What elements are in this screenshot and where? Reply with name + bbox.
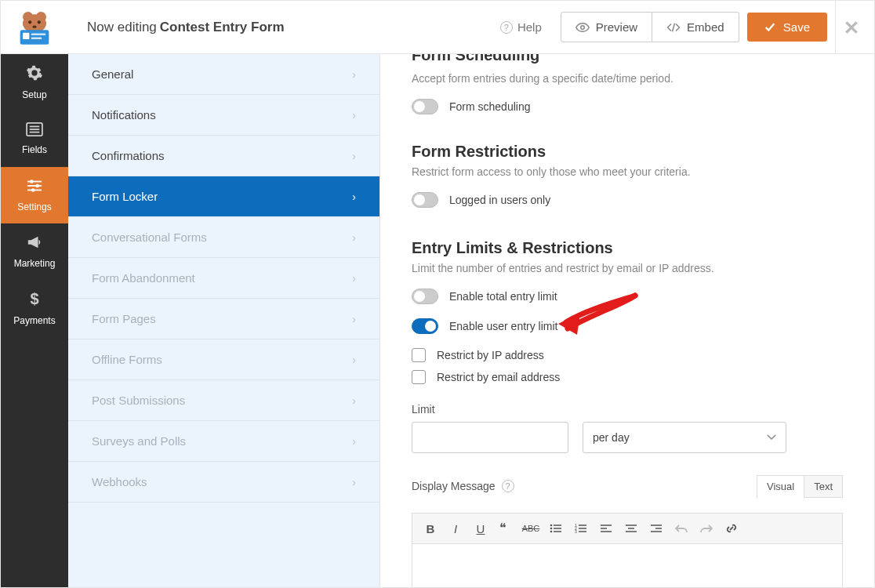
checkbox-label-restrict-ip: Restrict by IP address: [437, 349, 544, 361]
subnav-item-notifications[interactable]: Notifications›: [68, 95, 379, 136]
rail-label-marketing: Marketing: [14, 258, 56, 269]
svg-point-3: [28, 20, 31, 24]
rail-item-settings[interactable]: Settings: [1, 167, 68, 223]
settings-subnav: General› Notifications› Confirmations› F…: [68, 54, 380, 587]
section-desc-restrictions: Restrict form access to only those who m…: [412, 165, 843, 178]
svg-point-27: [550, 531, 553, 533]
tab-text[interactable]: Text: [804, 475, 843, 498]
subnav-item-webhooks[interactable]: Webhooks›: [68, 462, 379, 503]
chevron-right-icon: ›: [352, 231, 356, 244]
svg-rect-8: [31, 33, 45, 35]
sliders-icon: [26, 178, 43, 198]
help-label: Help: [517, 20, 542, 34]
limit-period-select[interactable]: per day: [583, 422, 786, 453]
checkbox-restrict-ip[interactable]: [412, 348, 426, 362]
svg-point-25: [550, 528, 553, 530]
chevron-right-icon: ›: [352, 313, 356, 325]
display-message-editor[interactable]: [412, 544, 843, 587]
chevron-right-icon: ›: [352, 354, 356, 366]
editing-prefix: Now editing: [87, 20, 157, 35]
toolbar-italic[interactable]: I: [444, 517, 467, 539]
toolbar-align-center[interactable]: [619, 517, 643, 539]
section-title-scheduling: Form Scheduling: [412, 54, 843, 64]
toolbar-underline[interactable]: U: [469, 517, 492, 539]
preview-embed-group: Preview Embed: [561, 12, 739, 42]
embed-button[interactable]: Embed: [652, 12, 739, 42]
toggle-total-entry-limit[interactable]: [412, 289, 438, 304]
svg-point-5: [33, 25, 37, 27]
rail-item-fields[interactable]: Fields: [1, 111, 68, 167]
svg-text:$: $: [30, 290, 38, 307]
rail-item-setup[interactable]: Setup: [1, 54, 68, 111]
section-desc-limits: Limit the number of entries and restrict…: [412, 262, 843, 274]
checkbox-restrict-email[interactable]: [412, 370, 426, 384]
tab-visual[interactable]: Visual: [757, 475, 804, 498]
chevron-right-icon: ›: [352, 435, 356, 448]
toolbar-strike[interactable]: ABC: [519, 517, 543, 539]
subnav-item-post-submissions[interactable]: Post Submissions›: [68, 380, 379, 421]
subnav-item-form-pages[interactable]: Form Pages›: [68, 299, 379, 339]
gear-icon: [26, 64, 43, 85]
save-button[interactable]: Save: [747, 13, 827, 42]
svg-rect-7: [23, 32, 29, 38]
editing-title: Now editing Contest Entry Form: [68, 20, 285, 35]
svg-point-18: [35, 184, 39, 188]
subnav-item-form-locker[interactable]: Form Locker›: [68, 176, 379, 217]
wpforms-logo-icon: [15, 8, 54, 47]
top-actions: ? Help Preview Embed Save: [500, 12, 827, 42]
svg-point-2: [23, 14, 46, 32]
toggle-label-user-limit: Enable user entry limit: [449, 320, 558, 332]
save-label: Save: [783, 20, 810, 34]
limit-period-value: per day: [593, 431, 630, 444]
preview-label: Preview: [596, 20, 637, 34]
subnav-item-offline[interactable]: Offline Forms›: [68, 339, 379, 380]
toolbar-link[interactable]: [720, 517, 743, 539]
toolbar-align-right[interactable]: [644, 517, 668, 539]
toolbar-quote[interactable]: ❝: [494, 517, 517, 539]
close-icon: [844, 20, 859, 35]
embed-label: Embed: [687, 20, 724, 34]
chevron-right-icon: ›: [352, 109, 356, 122]
toolbar-undo[interactable]: [670, 517, 693, 539]
help-link[interactable]: ? Help: [500, 20, 542, 34]
subnav-item-conversational[interactable]: Conversational Forms›: [68, 217, 379, 258]
toolbar-redo[interactable]: [695, 517, 718, 539]
rail-label-setup: Setup: [22, 89, 46, 100]
top-bar: Now editing Contest Entry Form ? Help Pr…: [1, 1, 874, 54]
toggle-label-scheduling: Form scheduling: [449, 100, 531, 113]
form-name: Contest Entry Form: [160, 20, 285, 35]
bullhorn-icon: [26, 234, 43, 254]
svg-text:3: 3: [575, 529, 577, 534]
dollar-icon: $: [29, 290, 40, 311]
list-icon: [26, 122, 43, 140]
editor-toolbar: B I U ❝ ABC 123: [412, 513, 843, 544]
limit-input[interactable]: [412, 422, 568, 453]
toolbar-align-left[interactable]: [594, 517, 618, 539]
field-label-display-message: Display Message: [412, 480, 496, 492]
subnav-item-surveys[interactable]: Surveys and Polls›: [68, 421, 379, 462]
code-icon: [666, 22, 681, 33]
editor-tabs: Visual Text: [757, 475, 843, 498]
rail-item-payments[interactable]: $ Payments: [1, 280, 68, 336]
toggle-form-scheduling[interactable]: [412, 99, 438, 114]
svg-point-16: [30, 180, 34, 183]
chevron-down-icon: [767, 434, 776, 441]
close-button[interactable]: [835, 1, 866, 54]
subnav-item-general[interactable]: General›: [68, 54, 379, 95]
svg-point-23: [550, 524, 553, 527]
field-label-limit: Limit: [412, 403, 843, 416]
toggle-user-entry-limit[interactable]: [412, 318, 438, 334]
help-icon[interactable]: ?: [502, 480, 514, 492]
preview-button[interactable]: Preview: [561, 12, 652, 42]
chevron-right-icon: ›: [352, 191, 356, 203]
toolbar-number-list[interactable]: 123: [569, 517, 593, 539]
toolbar-bold[interactable]: B: [419, 517, 442, 539]
toggle-logged-in-only[interactable]: [412, 192, 438, 208]
section-title-limits: Entry Limits & Restrictions: [412, 239, 843, 257]
rail-label-payments: Payments: [13, 315, 55, 326]
rail-item-marketing[interactable]: Marketing: [1, 223, 68, 280]
section-title-restrictions: Form Restrictions: [412, 143, 843, 161]
subnav-item-abandonment[interactable]: Form Abandonment›: [68, 258, 379, 299]
subnav-item-confirmations[interactable]: Confirmations›: [68, 136, 379, 176]
toolbar-bullet-list[interactable]: [544, 517, 568, 539]
